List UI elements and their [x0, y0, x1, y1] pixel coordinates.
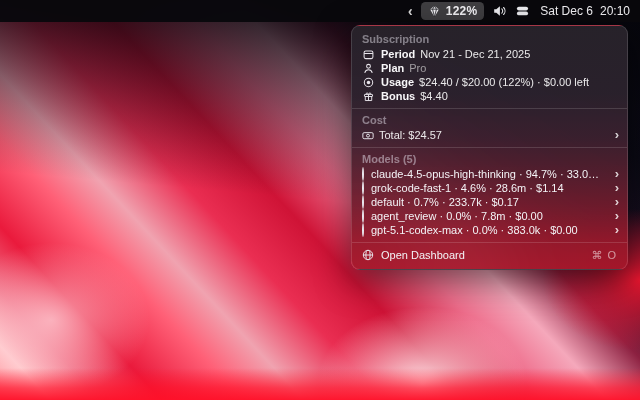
gift-icon	[362, 91, 374, 102]
chevron-right-icon: ›	[615, 209, 619, 222]
models-section: Models (5) claude-4.5-opus-high-thinking…	[352, 150, 627, 240]
target-icon	[362, 77, 374, 88]
model-row-text: gpt-5.1-codex-max · 0.0% · 383.0k · $0.0…	[371, 224, 578, 236]
person-icon	[362, 63, 374, 74]
bonus-value: $4.40	[420, 90, 448, 102]
menubar-clock[interactable]: 20:10	[600, 4, 630, 18]
calendar-icon	[362, 49, 374, 60]
chevron-right-icon: ›	[615, 181, 619, 194]
model-usage-pie-icon	[362, 210, 364, 222]
model-row-text: default · 0.7% · 233.7k · $0.17	[371, 196, 519, 208]
model-usage-pie-icon	[362, 182, 364, 194]
chevron-right-icon: ›	[615, 128, 619, 141]
model-row-gpt-5-1-codex-max[interactable]: gpt-5.1-codex-max · 0.0% · 383.0k · $0.0…	[352, 223, 627, 237]
model-usage-pie-icon	[362, 168, 364, 180]
usage-percent-label: 122%	[446, 4, 478, 18]
volume-icon[interactable]	[493, 5, 507, 17]
model-usage-pie-icon	[362, 224, 364, 236]
model-row-text: agent_review · 0.0% · 7.8m · $0.00	[371, 210, 543, 222]
subscription-section: Subscription Period Nov 21 - Dec 21, 202…	[352, 30, 627, 106]
open-dashboard-label: Open Dashboard	[381, 249, 465, 261]
chevron-right-icon: ›	[615, 223, 619, 236]
model-row-text: claude-4.5-opus-high-thinking · 94.7% · …	[371, 168, 601, 180]
banknote-icon	[362, 130, 374, 141]
model-row-text: grok-code-fast-1 · 4.6% · 28.6m · $1.14	[371, 182, 564, 194]
open-dashboard-item[interactable]: Open Dashboard ⌘ O	[352, 245, 627, 265]
usage-menubar-item[interactable]: 122%	[421, 2, 485, 20]
model-row-default[interactable]: default · 0.7% · 233.7k · $0.17 ›	[352, 195, 627, 209]
globe-icon	[362, 249, 374, 261]
cost-header: Cost	[352, 114, 627, 127]
bonus-row: Bonus $4.40	[352, 89, 627, 103]
chevron-right-icon: ›	[615, 167, 619, 180]
period-value: Nov 21 - Dec 21, 2025	[420, 48, 530, 60]
period-row: Period Nov 21 - Dec 21, 2025	[352, 47, 627, 61]
plan-label: Plan	[381, 62, 404, 74]
usage-row: Usage $24.40 / $20.00 (122%) · $0.00 lef…	[352, 75, 627, 89]
section-divider	[352, 242, 627, 243]
plan-value: Pro	[409, 62, 426, 74]
menu-bar: ‹ 122% Sat Dec 6 20:10	[0, 0, 640, 22]
model-usage-pie-icon	[362, 196, 364, 208]
stacked-layers-icon[interactable]	[516, 5, 529, 17]
models-header: Models (5)	[352, 153, 627, 166]
period-label: Period	[381, 48, 415, 60]
cost-section: Cost Total: $24.57 ›	[352, 111, 627, 145]
model-row-agent-review[interactable]: agent_review · 0.0% · 7.8m · $0.00 ›	[352, 209, 627, 223]
section-divider	[352, 147, 627, 148]
open-dashboard-shortcut: ⌘ O	[591, 249, 617, 262]
desktop: ‹ 122% Sat Dec 6 20:10	[0, 0, 640, 400]
section-divider	[352, 108, 627, 109]
model-row-claude-4-5-opus-high-thinking[interactable]: claude-4.5-opus-high-thinking · 94.7% · …	[352, 167, 627, 181]
subscription-header: Subscription	[352, 33, 627, 46]
bonus-label: Bonus	[381, 90, 415, 102]
chevron-right-icon: ›	[615, 195, 619, 208]
usage-value: $24.40 / $20.00 (122%) · $0.00 left	[419, 76, 589, 88]
gem-app-icon	[428, 5, 441, 18]
total-cost-value: Total: $24.57	[379, 129, 442, 141]
total-cost-row[interactable]: Total: $24.57 ›	[352, 128, 627, 142]
usage-label: Usage	[381, 76, 414, 88]
menubar-date[interactable]: Sat Dec 6	[540, 4, 593, 18]
menubar-overflow-chevron-icon[interactable]: ‹	[408, 4, 413, 18]
plan-row: Plan Pro	[352, 61, 627, 75]
usage-dropdown-panel: Subscription Period Nov 21 - Dec 21, 202…	[351, 25, 628, 270]
model-row-grok-code-fast-1[interactable]: grok-code-fast-1 · 4.6% · 28.6m · $1.14 …	[352, 181, 627, 195]
